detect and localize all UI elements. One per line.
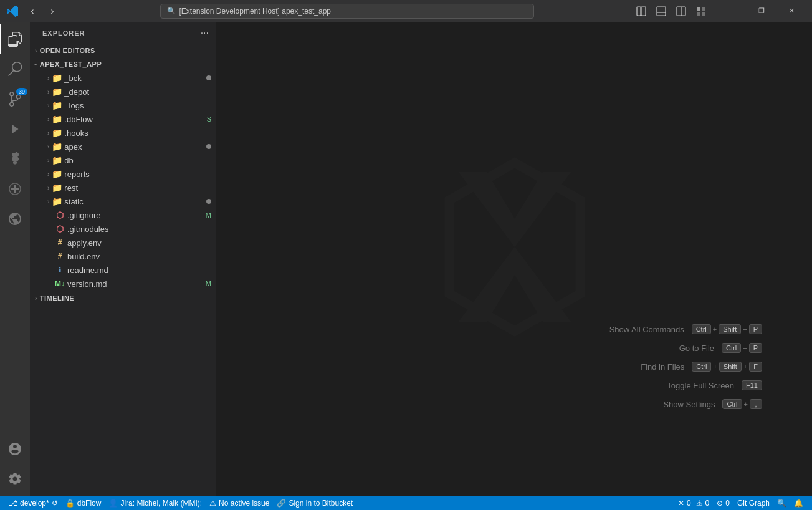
folder-chevron-bck: › — [47, 75, 49, 82]
activity-item-source-control[interactable]: 39 — [0, 84, 30, 114]
tree-item-hooks[interactable]: › 📁 .hooks — [30, 126, 216, 140]
folder-icon-logs: 📁 — [52, 100, 62, 110]
timeline-chevron: › — [35, 295, 37, 302]
vscode-logo — [6, 5, 19, 17]
warning-icon: ⚠ — [696, 499, 703, 508]
key-shift-1: Shift — [719, 324, 741, 334]
tree-item-apply-env[interactable]: # apply.env — [30, 236, 216, 249]
sidebar-more-button[interactable]: ··· — [201, 27, 209, 39]
tree-item-depot[interactable]: › 📁 _depot — [30, 85, 216, 99]
item-label-hooks: .hooks — [64, 128, 216, 138]
svg-rect-9 — [702, 12, 705, 16]
search-text: [Extension Development Host] apex_test_a… — [179, 7, 331, 16]
close-button[interactable]: ✕ — [777, 0, 806, 22]
activity-item-settings[interactable] — [0, 464, 30, 494]
activity-item-search[interactable] — [0, 54, 30, 84]
activity-item-accounts[interactable] — [0, 434, 30, 464]
status-branch[interactable]: ⎇ develop* ↺ — [5, 496, 62, 510]
tree-item-reports[interactable]: › 📁 reports — [30, 167, 216, 181]
sign-in-label: Sign in to Bitbucket — [289, 499, 353, 508]
main-area: 39 Explorer ··· — [0, 22, 812, 496]
tree-item-version[interactable]: M↓ version.md M — [30, 277, 216, 291]
shortcut-label-4: Toggle Full Screen — [667, 381, 734, 390]
toggle-secondary-sidebar-button[interactable] — [672, 4, 690, 19]
customize-layout-button[interactable] — [692, 4, 710, 19]
tree-item-apex[interactable]: › 📁 apex — [30, 140, 216, 153]
restore-button[interactable]: ❐ — [747, 0, 776, 22]
tree-item-build-env[interactable]: # build.env — [30, 249, 216, 263]
toggle-sidebar-button[interactable] — [633, 4, 650, 19]
ports-count: 0 — [725, 499, 730, 508]
tree-item-dbflow[interactable]: › 📁 .dbFlow S — [30, 112, 216, 126]
back-button[interactable]: ‹ — [24, 4, 41, 19]
item-label-version: version.md — [67, 279, 203, 289]
minimize-button[interactable]: — — [717, 0, 746, 22]
file-icon-build-env: # — [55, 251, 65, 261]
sidebar-content: › Open Editors › APEX_TEST_APP › 📁 _bck … — [30, 44, 216, 496]
git-graph-label: Git Graph — [737, 499, 770, 508]
open-editors-section[interactable]: › Open Editors — [30, 44, 216, 57]
titlebar: ‹ › 🔍 [Extension Development Host] apex_… — [0, 0, 812, 22]
status-git-graph[interactable]: Git Graph — [733, 496, 773, 510]
item-label-build-env: build.env — [67, 252, 216, 261]
sign-in-icon: 🔗 — [277, 499, 286, 508]
status-zoom[interactable]: 🔍 — [773, 496, 790, 510]
tree-item-readme[interactable]: ℹ readme.md — [30, 263, 216, 277]
activity-item-extensions[interactable] — [0, 144, 30, 174]
folder-chevron-rest: › — [47, 185, 49, 191]
activity-item-explorer[interactable] — [0, 24, 30, 54]
branch-icon: ⎇ — [9, 499, 17, 508]
status-db[interactable]: 🔒 dbFlow — [62, 496, 105, 510]
status-bell[interactable]: 🔔 — [790, 496, 807, 510]
warning-count: 0 — [705, 499, 710, 508]
folder-icon-depot: 📁 — [52, 87, 62, 97]
timeline-label: TIMELINE — [40, 294, 74, 302]
item-dot-apex — [206, 144, 211, 149]
svg-rect-8 — [697, 12, 700, 16]
sync-icon: ↺ — [52, 499, 58, 508]
folder-chevron-static: › — [47, 198, 49, 205]
tree-item-static[interactable]: › 📁 static — [30, 195, 216, 208]
key-shift-3: Shift — [719, 362, 742, 372]
source-control-badge: 39 — [16, 88, 27, 95]
tree-item-rest[interactable]: › 📁 rest — [30, 181, 216, 195]
tree-item-logs[interactable]: › 📁 _logs — [30, 99, 216, 112]
folder-chevron-depot: › — [47, 89, 49, 95]
status-sign-in[interactable]: 🔗 Sign in to Bitbucket — [273, 496, 356, 510]
shortcut-keys-3: Ctrl + Shift + F — [692, 362, 762, 372]
status-jira[interactable]: 👤 Jira: Michel, Maik (MMI): — [105, 496, 206, 510]
vscode-watermark — [421, 153, 608, 340]
bell-icon: 🔔 — [794, 499, 803, 508]
search-icon: 🔍 — [167, 7, 176, 15]
shortcut-toggle-fullscreen: Toggle Full Screen F11 — [609, 380, 762, 390]
status-issues[interactable]: ⚠ No active issue — [206, 496, 273, 510]
item-label-gitmodules: .gitmodules — [67, 224, 216, 234]
tree-item-gitmodules[interactable]: ⬡ .gitmodules — [30, 222, 216, 236]
shortcut-label-2: Go to File — [679, 344, 714, 353]
open-editors-chevron: › — [35, 47, 37, 54]
file-icon-apply-env: # — [55, 238, 65, 248]
tree-item-bck[interactable]: › 📁 _bck — [30, 71, 216, 85]
zoom-icon: 🔍 — [777, 499, 786, 508]
timeline-header[interactable]: › TIMELINE — [30, 291, 216, 305]
tree-item-db[interactable]: › 📁 db — [30, 153, 216, 167]
item-label-gitignore: .gitignore — [67, 211, 203, 220]
project-section[interactable]: › APEX_TEST_APP — [30, 57, 216, 71]
error-icon: ✕ — [678, 499, 684, 508]
title-search-bar[interactable]: 🔍 [Extension Development Host] apex_test… — [160, 4, 534, 19]
folder-chevron-apex: › — [47, 143, 49, 150]
window-controls: — ❐ ✕ — [717, 0, 806, 22]
item-label-dbflow: .dbFlow — [64, 115, 204, 124]
tree-item-gitignore[interactable]: ⬡ .gitignore M — [30, 208, 216, 222]
status-errors[interactable]: ✕ 0 ⚠ 0 — [674, 496, 713, 510]
item-label-depot: _depot — [64, 87, 216, 97]
file-icon-gitmodules: ⬡ — [55, 224, 65, 234]
activity-item-remote-explorer[interactable] — [0, 204, 30, 234]
item-label-apex: apex — [64, 142, 204, 152]
forward-button[interactable]: › — [44, 4, 61, 19]
toggle-panel-button[interactable] — [652, 4, 670, 19]
activity-item-test[interactable] — [0, 174, 30, 204]
activity-item-run[interactable] — [0, 114, 30, 144]
status-ports[interactable]: ⊙ 0 — [713, 496, 733, 510]
item-label-apply-env: apply.env — [67, 238, 216, 248]
